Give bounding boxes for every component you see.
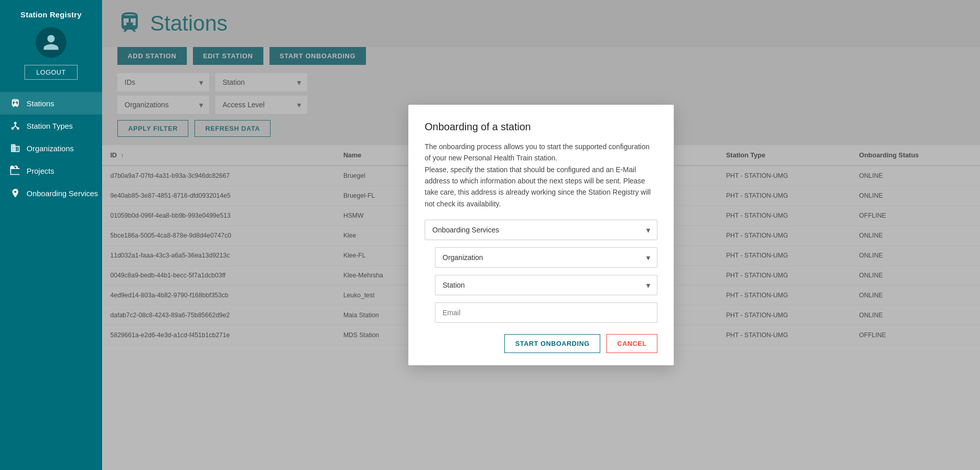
email-input[interactable]: [435, 302, 657, 323]
sidebar-item-label-station-types: Station Types: [27, 122, 73, 130]
train-icon: [10, 98, 20, 108]
station-select[interactable]: Station: [435, 275, 657, 295]
onboarding-modal: Onboarding of a station The onboarding p…: [408, 105, 674, 365]
modal-cancel-button[interactable]: CANCEL: [606, 334, 657, 353]
avatar: [36, 27, 66, 58]
main-content: Stations ADD STATION EDIT STATION START …: [102, 0, 980, 470]
modal-start-onboarding-button[interactable]: START ONBOARDING: [504, 334, 600, 353]
logout-button[interactable]: LOGOUT: [24, 65, 78, 80]
onboarding-services-select[interactable]: Onboarding Services: [425, 220, 657, 240]
organization-select[interactable]: Organization: [435, 247, 657, 268]
modal-indented-fields: Organization Station: [425, 247, 657, 330]
sidebar-item-station-types[interactable]: Station Types: [0, 114, 102, 137]
sidebar-item-projects[interactable]: Projects: [0, 159, 102, 182]
organizations-icon: [10, 143, 20, 153]
sidebar-item-stations[interactable]: Stations: [0, 92, 102, 114]
projects-icon: [10, 166, 20, 176]
sidebar-item-label-projects: Projects: [27, 167, 54, 175]
sidebar-item-organizations[interactable]: Organizations: [0, 137, 102, 159]
organization-select-wrap: Organization: [435, 247, 657, 268]
sidebar-item-label-stations: Stations: [27, 99, 54, 108]
onboarding-services-select-wrap: Onboarding Services: [425, 220, 657, 240]
sidebar-item-onboarding-services[interactable]: Onboarding Services: [0, 182, 102, 204]
modal-description: The onboarding process allows you to sta…: [425, 141, 657, 209]
onboarding-icon: [10, 188, 20, 198]
station-types-icon: [10, 121, 20, 131]
station-select-wrap: Station: [435, 275, 657, 295]
user-icon: [42, 33, 60, 52]
app-title: Station Registry: [12, 10, 90, 27]
modal-actions: START ONBOARDING CANCEL: [425, 334, 657, 353]
sidebar: Station Registry LOGOUT Stations Station…: [0, 0, 102, 470]
modal-overlay: Onboarding of a station The onboarding p…: [102, 0, 980, 470]
sidebar-nav: Stations Station Types Organizations Pro…: [0, 92, 102, 204]
sidebar-item-label-onboarding-services: Onboarding Services: [27, 189, 98, 198]
sidebar-item-label-organizations: Organizations: [27, 144, 74, 153]
modal-title: Onboarding of a station: [425, 121, 657, 133]
